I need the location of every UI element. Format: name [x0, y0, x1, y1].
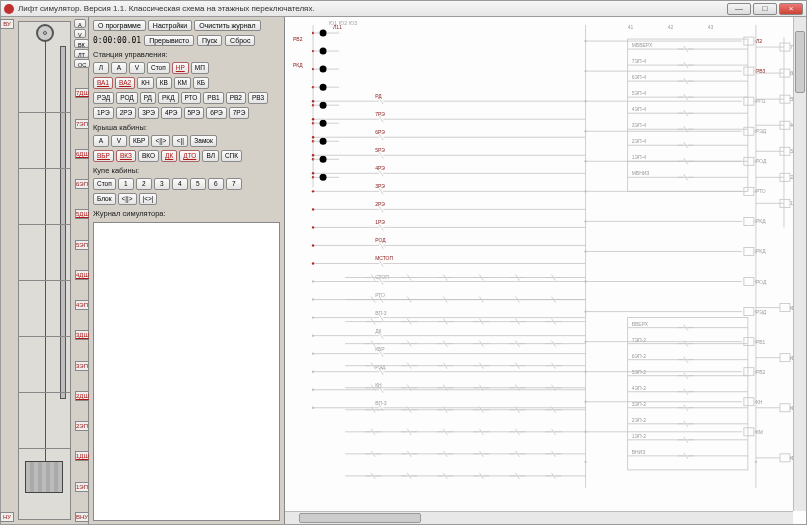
- panel-button[interactable]: ЛТ: [74, 49, 89, 58]
- panel-button[interactable]: ВК: [74, 39, 89, 48]
- panel-button[interactable]: ВЛ: [202, 150, 219, 162]
- reset-button[interactable]: Сброс: [225, 35, 255, 46]
- panel-button[interactable]: 1РЭ: [93, 107, 114, 119]
- svg-text:КБР: КБР: [375, 346, 385, 352]
- svg-text:МВНИЗ: МВНИЗ: [632, 170, 650, 176]
- about-button[interactable]: О программе: [93, 20, 146, 31]
- timer-row: 0:00:00.01 Прерывисто Пуск Сброс: [93, 35, 280, 46]
- svg-rect-79: [744, 368, 754, 376]
- shaft-label[interactable]: 1ЭП: [75, 482, 89, 492]
- minimize-button[interactable]: —: [727, 3, 751, 15]
- panel-button[interactable]: 1: [118, 178, 134, 190]
- svg-point-201: [312, 262, 314, 264]
- panel-button[interactable]: 3РЭ: [138, 107, 159, 119]
- svg-point-560: [584, 340, 586, 342]
- svg-point-551: [755, 190, 757, 192]
- shaft-label[interactable]: 7ЭП: [75, 119, 89, 129]
- panel-button[interactable]: 2РЭ: [116, 107, 137, 119]
- panel-button[interactable]: РВ1: [203, 92, 223, 104]
- scrollbar-vertical[interactable]: [793, 17, 806, 511]
- maximize-button[interactable]: □: [753, 3, 777, 15]
- shaft-label[interactable]: 5ЭП: [75, 240, 89, 250]
- panel-button[interactable]: РЭД: [93, 92, 114, 104]
- panel-button[interactable]: |<>|: [139, 193, 158, 205]
- shaft-label[interactable]: 4ЭП: [75, 300, 89, 310]
- svg-text:7ЭП-4: 7ЭП-4: [632, 58, 647, 64]
- svg-text:1ЭП-4: 1ЭП-4: [632, 154, 647, 160]
- svg-text:43: 43: [708, 24, 714, 30]
- panel-button[interactable]: ВБР: [93, 150, 114, 162]
- shaft-label[interactable]: 1ДШ: [75, 451, 89, 461]
- shaft-label[interactable]: 3ЭП: [75, 361, 89, 371]
- panel-button[interactable]: 4РЭ: [161, 107, 182, 119]
- panel-button[interactable]: <||>: [118, 193, 137, 205]
- panel-button[interactable]: 6РЭ: [206, 107, 227, 119]
- panel-button[interactable]: V: [74, 29, 86, 38]
- panel-button[interactable]: РД: [140, 92, 156, 104]
- panel-button[interactable]: РВ3: [248, 92, 268, 104]
- step-button[interactable]: Прерывисто: [144, 35, 194, 46]
- shaft-label[interactable]: 3ДШ: [75, 330, 89, 340]
- panel-button[interactable]: Замок: [190, 135, 216, 147]
- panel-button[interactable]: Л: [93, 62, 109, 74]
- panel-button[interactable]: 7РЭ: [229, 107, 250, 119]
- shaft-label[interactable]: 4ДШ: [75, 270, 89, 280]
- panel-button[interactable]: ВКЗ: [116, 150, 136, 162]
- shaft-label[interactable]: 2ДШ: [75, 391, 89, 401]
- panel-button[interactable]: А: [111, 62, 127, 74]
- clear-log-button[interactable]: Очистить журнал: [194, 20, 260, 31]
- panel-button[interactable]: КБ: [193, 77, 209, 89]
- shaft-label[interactable]: 5ДШ: [75, 209, 89, 219]
- shaft-label[interactable]: ВНУ: [75, 512, 89, 522]
- panel-button[interactable]: V: [129, 62, 145, 74]
- svg-rect-124: [780, 404, 790, 412]
- panel-button[interactable]: НР: [172, 62, 189, 74]
- panel-button[interactable]: Стоп: [147, 62, 170, 74]
- panel-button[interactable]: РКД: [158, 92, 179, 104]
- svg-point-215: [312, 298, 314, 300]
- close-button[interactable]: ×: [779, 3, 803, 15]
- panel-button[interactable]: ДТО: [179, 150, 200, 162]
- svg-text:ВНИЗ: ВНИЗ: [632, 449, 646, 455]
- simulator-log[interactable]: [93, 222, 280, 521]
- panel-button[interactable]: РОД: [116, 92, 138, 104]
- panel-button[interactable]: V: [111, 135, 127, 147]
- panel-button[interactable]: 4: [172, 178, 188, 190]
- settings-button[interactable]: Настройки: [148, 20, 192, 31]
- elevator-car: [25, 461, 63, 493]
- shaft-label[interactable]: 6ЭП: [75, 179, 89, 189]
- panel-button[interactable]: КБР: [129, 135, 149, 147]
- shaft-label[interactable]: 6ДШ: [75, 149, 89, 159]
- panel-button[interactable]: МП: [191, 62, 209, 74]
- shaft-label[interactable]: 7ДШ: [75, 88, 89, 98]
- panel-button[interactable]: 5РЭ: [184, 107, 205, 119]
- shaft-label[interactable]: 2ЭП: [75, 421, 89, 431]
- panel-button[interactable]: 3: [154, 178, 170, 190]
- scrollbar-horizontal[interactable]: [285, 511, 793, 524]
- panel-button[interactable]: КВ: [156, 77, 172, 89]
- start-button[interactable]: Пуск: [197, 35, 222, 46]
- panel-button[interactable]: <||: [172, 135, 188, 147]
- panel-button[interactable]: КМ: [174, 77, 191, 89]
- panel-button[interactable]: 2: [136, 178, 152, 190]
- panel-button[interactable]: 7: [226, 178, 242, 190]
- svg-text:4ЭП-2: 4ЭП-2: [632, 385, 647, 391]
- panel-button[interactable]: ДК: [161, 150, 177, 162]
- panel-button[interactable]: 6: [208, 178, 224, 190]
- panel-button[interactable]: РТО: [181, 92, 202, 104]
- panel-button[interactable]: РВ2: [226, 92, 246, 104]
- panel-button[interactable]: 5: [190, 178, 206, 190]
- panel-button[interactable]: КН: [137, 77, 153, 89]
- roof-row-1: АVКБР<||><||Замок: [93, 135, 280, 147]
- panel-button[interactable]: А: [93, 135, 109, 147]
- panel-button[interactable]: <||>: [151, 135, 170, 147]
- panel-button[interactable]: Стоп: [93, 178, 116, 190]
- schematic-panel[interactable]: РВ2РКДЛ11Ю1Ю2Ю3Л2РВ3РП1РЭДРОДРТОРКДРКДРО…: [285, 17, 806, 524]
- panel-button[interactable]: ВА1: [93, 77, 113, 89]
- panel-button[interactable]: ВА2: [115, 77, 135, 89]
- panel-button[interactable]: ВКО: [138, 150, 159, 162]
- panel-button[interactable]: А: [74, 19, 86, 28]
- panel-button[interactable]: СПК: [221, 150, 242, 162]
- panel-button[interactable]: Блок: [93, 193, 116, 205]
- panel-button[interactable]: ОС: [74, 59, 90, 68]
